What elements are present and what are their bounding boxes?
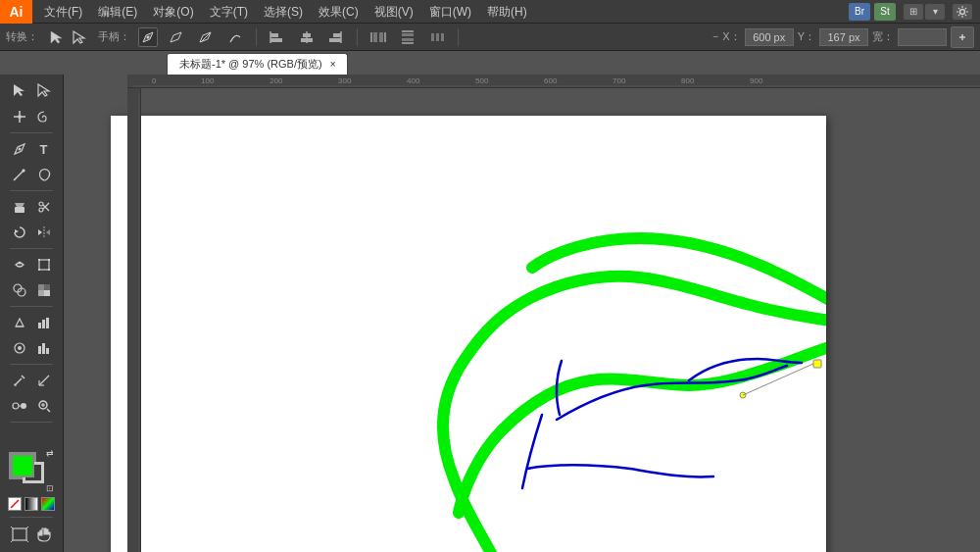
svg-line-89 <box>26 540 28 542</box>
align-center-icon[interactable] <box>296 26 318 48</box>
distribute-h-icon[interactable] <box>368 26 389 48</box>
svg-rect-39 <box>15 207 24 213</box>
rotate-tool[interactable] <box>7 220 31 245</box>
menu-window[interactable]: 窗口(W) <box>421 0 479 24</box>
settings-icon[interactable] <box>953 4 972 20</box>
warp-tool[interactable] <box>7 252 31 277</box>
active-fill-swatch[interactable] <box>11 454 34 477</box>
shape-builder-tool[interactable] <box>7 277 31 303</box>
svg-line-87 <box>26 527 28 528</box>
tab-close-button[interactable]: × <box>330 59 336 70</box>
perspective-tool[interactable] <box>7 310 31 335</box>
graph-tool[interactable] <box>31 310 56 335</box>
selection-tool-icon[interactable] <box>46 26 68 48</box>
svg-rect-18 <box>379 32 383 42</box>
options-bar: 转换： 手柄： − X： <box>0 24 980 51</box>
brush-row <box>7 162 56 187</box>
convert-anchor-icon[interactable] <box>224 26 246 48</box>
lasso-tool[interactable] <box>31 104 56 129</box>
svg-rect-27 <box>441 33 444 41</box>
menu-object[interactable]: 对象(O) <box>145 0 201 24</box>
document-tab[interactable]: 未标题-1* @ 97% (RGB/预览) × <box>167 53 348 75</box>
svg-rect-65 <box>46 318 49 328</box>
pen-tool[interactable] <box>7 136 31 162</box>
selection-tool[interactable] <box>7 78 31 104</box>
svg-rect-58 <box>44 284 50 290</box>
menu-text[interactable]: 文字(T) <box>202 0 256 24</box>
blob-brush-tool[interactable] <box>31 162 56 187</box>
svg-line-72 <box>16 378 22 384</box>
drawing-canvas <box>111 116 826 552</box>
svg-point-49 <box>18 262 21 265</box>
options-separator-2 <box>357 28 358 46</box>
width-input[interactable] <box>898 28 947 46</box>
default-color-icon[interactable]: ⊡ <box>46 483 54 493</box>
menu-select[interactable]: 选择(S) <box>256 0 311 24</box>
eraser-tool[interactable] <box>7 194 31 220</box>
pen-delete-icon[interactable] <box>195 26 217 48</box>
reflect-tool[interactable] <box>31 220 56 245</box>
magic-wand-tool[interactable] <box>7 104 31 129</box>
svg-marker-28 <box>14 84 24 96</box>
gradient-swatch[interactable] <box>24 497 38 511</box>
width-label: 宽： <box>872 29 894 44</box>
x-input[interactable] <box>745 28 794 46</box>
grid-icon[interactable]: ⊞ <box>904 4 923 20</box>
main-layout: T <box>0 75 980 552</box>
distribute-v-icon[interactable] <box>397 26 418 48</box>
svg-point-34 <box>18 115 22 119</box>
artboard-tool[interactable] <box>9 525 30 544</box>
anchor-icons <box>46 26 90 48</box>
svg-rect-53 <box>38 269 40 271</box>
eyedropper-tool[interactable] <box>7 368 31 393</box>
swap-color-icon[interactable]: ⇄ <box>46 448 54 458</box>
svg-rect-59 <box>38 290 44 296</box>
scissors-tool[interactable] <box>31 194 56 220</box>
hand-tool[interactable] <box>33 525 55 544</box>
live-paint-tool[interactable] <box>31 277 56 303</box>
ruler-vertical: 0 100 200 300 400 <box>127 88 141 552</box>
column-graph-tool[interactable] <box>31 335 56 361</box>
svg-rect-8 <box>270 33 278 37</box>
svg-point-41 <box>39 208 43 212</box>
pen-tool-active[interactable] <box>138 27 158 47</box>
y-input[interactable] <box>819 28 868 46</box>
none-swatch[interactable] <box>8 497 22 511</box>
svg-marker-40 <box>15 203 24 207</box>
stock-icon[interactable]: St <box>874 3 896 21</box>
svg-text:800: 800 <box>681 76 695 85</box>
pen-add-icon[interactable] <box>166 26 187 48</box>
symbol-row <box>7 335 56 361</box>
svg-rect-70 <box>46 348 49 354</box>
pencil-tool[interactable] <box>7 162 31 187</box>
distribute-equal-icon[interactable] <box>426 26 448 48</box>
align-right-icon[interactable] <box>325 26 347 48</box>
zoom-tool[interactable] <box>31 393 56 419</box>
bridge-icon[interactable]: Br <box>849 3 870 21</box>
direct-selection-icon[interactable] <box>69 26 90 48</box>
direct-selection-tool[interactable] <box>31 78 56 104</box>
menu-effect[interactable]: 效果(C) <box>311 0 367 24</box>
symbol-tool[interactable] <box>7 335 31 361</box>
menu-bar: Ai 文件(F) 编辑(E) 对象(O) 文字(T) 选择(S) 效果(C) 视… <box>0 0 980 24</box>
free-transform-tool[interactable] <box>31 252 56 277</box>
color-swatch[interactable] <box>41 497 55 511</box>
tool-sep-3 <box>10 248 53 249</box>
svg-point-77 <box>13 403 19 409</box>
menu-edit[interactable]: 编辑(E) <box>90 0 145 24</box>
blend-tool[interactable] <box>7 393 31 419</box>
svg-rect-21 <box>402 33 414 36</box>
menu-help[interactable]: 帮助(H) <box>479 0 535 24</box>
menu-file[interactable]: 文件(F) <box>36 0 90 24</box>
type-tool[interactable]: T <box>31 136 56 162</box>
svg-rect-64 <box>42 320 45 328</box>
canvas-area[interactable]: 0 100 200 300 400 500 600 700 800 900 0 … <box>64 75 980 552</box>
tool-sep-4 <box>10 306 53 307</box>
align-left-icon[interactable] <box>267 26 288 48</box>
measure-tool[interactable] <box>31 368 56 393</box>
arrange-icon[interactable]: ▾ <box>925 4 945 20</box>
menu-view[interactable]: 视图(V) <box>367 0 421 24</box>
artboard[interactable] <box>111 116 826 552</box>
warp-row <box>7 252 56 277</box>
link-icon[interactable] <box>951 26 974 48</box>
